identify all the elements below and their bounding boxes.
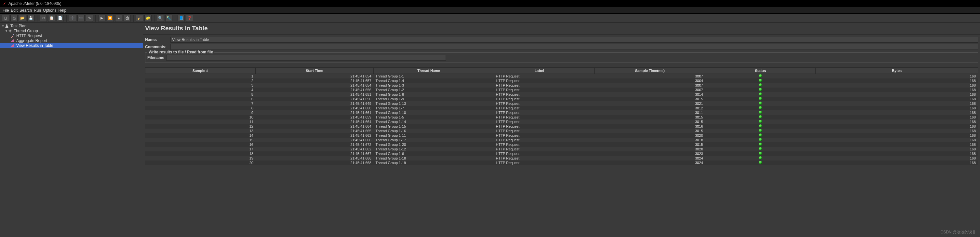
name-input[interactable] <box>170 37 978 43</box>
table-row[interactable]: 1121:45:41.664Thread Group 1-14HTTP Requ… <box>145 120 978 124</box>
cell-start: 21:45:41.664 <box>256 120 374 124</box>
twisty-icon[interactable]: ▾ <box>1 24 5 28</box>
filename-input[interactable] <box>166 55 446 61</box>
workspace: ▾ Test Plan ▾ Thread Group HTTP Request … <box>0 23 980 237</box>
col-sample[interactable]: Sample # <box>145 67 256 74</box>
col-start-time[interactable]: Start Time <box>256 67 374 74</box>
menu-file[interactable]: File <box>3 8 9 13</box>
table-row[interactable]: 1321:45:41.665Thread Group 1-16HTTP Requ… <box>145 128 978 133</box>
twisty-icon[interactable]: ▾ <box>5 29 8 32</box>
col-bytes[interactable]: Bytes <box>816 67 978 74</box>
table-row[interactable]: 1021:45:41.659Thread Group 1-5HTTP Reque… <box>145 115 978 120</box>
status-ok-icon <box>759 120 762 123</box>
toolbar-open[interactable]: 📂 <box>19 14 26 22</box>
comments-input[interactable] <box>170 44 978 50</box>
table-row[interactable]: 121:45:41.654Thread Group 1-1HTTP Reques… <box>145 74 978 78</box>
cell-sample: 19 <box>145 156 256 160</box>
toolbar-start-no-timers[interactable]: ⏩ <box>107 14 114 22</box>
cell-time: 3015 <box>595 120 705 124</box>
toolbar-templates[interactable]: 🗂 <box>10 14 18 22</box>
cell-thread: Thread Group 1-20 <box>374 142 484 147</box>
tree-root[interactable]: ▾ Test Plan <box>0 24 143 28</box>
menu-run[interactable]: Run <box>34 8 41 13</box>
cell-bytes: 168 <box>816 97 978 101</box>
toolbar-search-tree[interactable]: 🔍 <box>157 14 164 22</box>
cell-time: 3004 <box>595 78 705 83</box>
cell-time: 3014 <box>595 92 705 97</box>
toolbar-new[interactable]: 🗋 <box>2 14 9 22</box>
cell-start: 21:45:41.662 <box>256 133 374 138</box>
cell-label: HTTP Request <box>484 142 595 147</box>
svg-point-0 <box>10 30 11 32</box>
toolbar-shutdown[interactable]: ⏻ <box>124 14 131 22</box>
table-row[interactable]: 821:45:41.660Thread Group 1-7HTTP Reques… <box>145 106 978 110</box>
tree-view-results[interactable]: View Results in Table <box>0 43 143 48</box>
toolbar-help[interactable]: ❓ <box>186 14 193 22</box>
cell-start: 21:45:41.662 <box>256 147 374 151</box>
tree-thread-group[interactable]: ▾ Thread Group <box>0 28 143 33</box>
toolbar-fn-helper[interactable]: 📘 <box>178 14 185 22</box>
svg-rect-5 <box>11 46 12 47</box>
status-ok-icon <box>759 79 762 82</box>
table-row[interactable]: 1621:45:41.672Thread Group 1-20HTTP Requ… <box>145 142 978 147</box>
menu-edit[interactable]: Edit <box>11 8 18 13</box>
table-row[interactable]: 321:45:41.654Thread Group 1-3HTTP Reques… <box>145 83 978 88</box>
toolbar-toggle[interactable]: ✎ <box>86 14 93 22</box>
table-header-row: Sample # Start Time Thread Name Label Sa… <box>145 67 978 74</box>
tree-http-request[interactable]: HTTP Request <box>0 33 143 38</box>
table-row[interactable]: 921:45:41.661Thread Group 1-10HTTP Reque… <box>145 110 978 115</box>
table-row[interactable]: 1221:45:41.664Thread Group 1-15HTTP Requ… <box>145 124 978 128</box>
col-status[interactable]: Status <box>705 67 816 74</box>
toolbar-save[interactable]: 💾 <box>27 14 35 22</box>
toolbar-start[interactable]: ▶ <box>98 14 105 22</box>
cell-thread: Thread Group 1-10 <box>374 110 484 115</box>
file-groupbox: Write results to file / Read from file F… <box>145 53 978 63</box>
toolbar-search-reset[interactable]: 🔦 <box>165 14 172 22</box>
table-row[interactable]: 1821:45:41.667Thread Group 1-6HTTP Reque… <box>145 151 978 156</box>
tree-aggregate-report[interactable]: Aggregate Report <box>0 38 143 43</box>
status-ok-icon <box>759 133 762 137</box>
cell-sample: 15 <box>145 138 256 142</box>
table-row[interactable]: 221:45:41.657Thread Group 1-4HTTP Reques… <box>145 78 978 83</box>
cell-status <box>705 120 816 124</box>
cell-label: HTTP Request <box>484 160 595 165</box>
table-row[interactable]: 2021:45:41.668Thread Group 1-19HTTP Requ… <box>145 160 978 165</box>
cell-label: HTTP Request <box>484 128 595 133</box>
table-row[interactable]: 1721:45:41.662Thread Group 1-12HTTP Requ… <box>145 147 978 151</box>
cell-start: 21:45:41.656 <box>256 88 374 92</box>
cell-time: 3021 <box>595 101 705 106</box>
table-row[interactable]: 621:45:41.650Thread Group 1-9HTTP Reques… <box>145 97 978 101</box>
toolbar-collapse[interactable]: ➖ <box>77 14 84 22</box>
toolbar-paste[interactable]: 📄 <box>57 14 64 22</box>
menu-help[interactable]: Help <box>58 8 66 13</box>
toolbar-cut[interactable]: ✂ <box>40 14 47 22</box>
table-row[interactable]: 521:45:41.651Thread Group 1-8HTTP Reques… <box>145 92 978 97</box>
cell-start: 21:45:41.664 <box>256 124 374 128</box>
cell-bytes: 168 <box>816 74 978 78</box>
svg-rect-3 <box>12 40 13 42</box>
table-row[interactable]: 1921:45:41.666Thread Group 1-18HTTP Requ… <box>145 156 978 160</box>
table-row[interactable]: 1521:45:41.666Thread Group 1-17HTTP Requ… <box>145 138 978 142</box>
toolbar-clear-all[interactable]: 🧽 <box>145 14 151 22</box>
col-thread[interactable]: Thread Name <box>374 67 484 74</box>
status-ok-icon <box>759 88 762 91</box>
cell-bytes: 168 <box>816 110 978 115</box>
table-row[interactable]: 421:45:41.656Thread Group 1-2HTTP Reques… <box>145 88 978 92</box>
col-label[interactable]: Label <box>484 67 595 74</box>
toolbar-clear[interactable]: 🧹 <box>136 14 143 22</box>
col-time[interactable]: Sample Time(ms) <box>595 67 705 74</box>
cell-label: HTTP Request <box>484 97 595 101</box>
name-label: Name: <box>145 37 170 42</box>
cell-bytes: 168 <box>816 88 978 92</box>
tree-item-label: View Results in Table <box>16 43 54 48</box>
toolbar-copy[interactable]: 📋 <box>48 14 55 22</box>
cell-sample: 6 <box>145 97 256 101</box>
table-row[interactable]: 721:45:41.649Thread Group 1-13HTTP Reque… <box>145 101 978 106</box>
status-ok-icon <box>759 102 762 105</box>
table-row[interactable]: 1421:45:41.662Thread Group 1-11HTTP Requ… <box>145 133 978 138</box>
toolbar-stop[interactable]: ● <box>115 14 122 22</box>
cell-sample: 13 <box>145 128 256 133</box>
toolbar-expand[interactable]: ➕ <box>69 14 76 22</box>
menu-options[interactable]: Options <box>43 8 56 13</box>
menu-search[interactable]: Search <box>19 8 32 13</box>
